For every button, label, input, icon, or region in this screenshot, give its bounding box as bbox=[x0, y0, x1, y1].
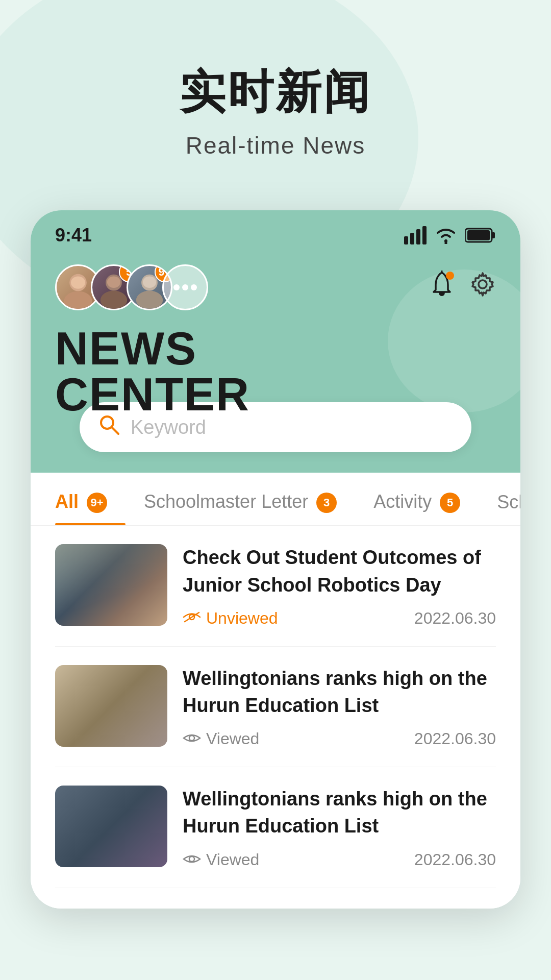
wifi-icon bbox=[435, 227, 457, 244]
svg-point-24 bbox=[189, 856, 194, 862]
news-status-label-3: Viewed bbox=[206, 850, 259, 869]
search-placeholder[interactable]: Keyword bbox=[131, 416, 206, 438]
svg-point-10 bbox=[71, 277, 85, 289]
bell-button[interactable] bbox=[429, 271, 455, 304]
news-meta-3: Viewed 2022.06.30 bbox=[183, 850, 496, 869]
news-content-2: Wellingtonians ranks high on the Hurun E… bbox=[183, 665, 496, 748]
svg-point-4 bbox=[444, 239, 447, 242]
app-header: 5 9+ bbox=[31, 254, 520, 473]
news-item-3[interactable]: Wellingtonians ranks high on the Hurun E… bbox=[55, 767, 496, 888]
svg-point-23 bbox=[189, 736, 194, 741]
status-icons bbox=[404, 226, 496, 244]
svg-point-9 bbox=[64, 291, 92, 310]
tab-school-bus-label: School Bus bbox=[497, 492, 520, 512]
news-thumbnail-2 bbox=[55, 665, 167, 747]
news-content-3: Wellingtonians ranks high on the Hurun E… bbox=[183, 786, 496, 869]
eye-open-icon bbox=[183, 729, 201, 748]
svg-point-12 bbox=[101, 291, 127, 310]
news-status-label-2: Viewed bbox=[206, 729, 259, 748]
tab-all-badge: 9+ bbox=[87, 493, 107, 513]
battery-icon bbox=[465, 228, 496, 243]
tab-schoolmaster-badge: 3 bbox=[316, 493, 337, 513]
status-time: 9:41 bbox=[55, 225, 92, 246]
status-bar: 9:41 bbox=[31, 210, 520, 254]
bell-notification-dot bbox=[446, 272, 454, 280]
news-status-2: Viewed bbox=[183, 729, 259, 748]
svg-point-13 bbox=[107, 277, 120, 288]
news-status-1: Unviewed bbox=[183, 609, 278, 628]
news-title-1: Check Out Student Outcomes of Junior Sch… bbox=[183, 544, 496, 598]
dot-1 bbox=[173, 284, 180, 290]
svg-rect-7 bbox=[467, 230, 490, 240]
eye-closed-icon bbox=[183, 609, 201, 628]
svg-rect-0 bbox=[404, 236, 408, 244]
svg-point-16 bbox=[143, 277, 156, 288]
news-item-2[interactable]: Wellingtonians ranks high on the Hurun E… bbox=[55, 647, 496, 767]
news-status-label-1: Unviewed bbox=[206, 609, 278, 628]
news-meta-1: Unviewed 2022.06.30 bbox=[183, 609, 496, 628]
avatar-more[interactable] bbox=[162, 264, 208, 310]
tab-all-label: All bbox=[55, 491, 79, 512]
svg-rect-1 bbox=[410, 233, 414, 244]
news-list: Check Out Student Outcomes of Junior Sch… bbox=[31, 526, 520, 888]
news-title-2: Wellingtonians ranks high on the Hurun E… bbox=[183, 665, 496, 719]
tab-all[interactable]: All 9+ bbox=[55, 491, 126, 525]
svg-rect-3 bbox=[422, 226, 427, 244]
tab-activity-label: Activity bbox=[373, 491, 432, 512]
tab-schoolmaster-label: Schoolmaster Letter bbox=[144, 491, 308, 512]
news-date-2: 2022.06.30 bbox=[414, 729, 496, 748]
news-item-1[interactable]: Check Out Student Outcomes of Junior Sch… bbox=[55, 526, 496, 646]
dot-3 bbox=[191, 284, 197, 290]
tab-schoolmaster-letter[interactable]: Schoolmaster Letter 3 bbox=[126, 491, 355, 525]
app-header-top: 5 9+ bbox=[55, 264, 496, 310]
news-status-3: Viewed bbox=[183, 850, 259, 869]
phone-mockup: 9:41 bbox=[31, 210, 520, 909]
page-title-chinese: 实时新闻 bbox=[0, 61, 551, 124]
content-area: All 9+ Schoolmaster Letter 3 Activity 5 … bbox=[31, 473, 520, 909]
news-date-1: 2022.06.30 bbox=[414, 609, 496, 628]
tab-school-bus[interactable]: School Bus bbox=[479, 492, 520, 525]
news-thumbnail-3 bbox=[55, 786, 167, 867]
news-date-3: 2022.06.30 bbox=[414, 850, 496, 869]
page-header: 实时新闻 Real-time News bbox=[0, 0, 551, 190]
tab-activity[interactable]: Activity 5 bbox=[355, 491, 479, 525]
page-title-english: Real-time News bbox=[0, 132, 551, 159]
svg-rect-6 bbox=[492, 232, 495, 238]
news-meta-2: Viewed 2022.06.30 bbox=[183, 729, 496, 748]
svg-line-20 bbox=[112, 427, 118, 434]
eye-open-icon-3 bbox=[183, 850, 201, 869]
tab-activity-badge: 5 bbox=[440, 493, 460, 513]
tabs-row: All 9+ Schoolmaster Letter 3 Activity 5 … bbox=[31, 473, 520, 526]
news-title-3: Wellingtonians ranks high on the Hurun E… bbox=[183, 786, 496, 840]
svg-point-15 bbox=[136, 291, 163, 310]
signal-icon bbox=[404, 226, 427, 244]
dot-2 bbox=[182, 284, 188, 290]
news-content-1: Check Out Student Outcomes of Junior Sch… bbox=[183, 544, 496, 627]
search-icon bbox=[98, 413, 120, 441]
avatars-row: 5 9+ bbox=[55, 264, 208, 310]
svg-rect-2 bbox=[416, 229, 420, 244]
news-thumbnail-1 bbox=[55, 544, 167, 626]
